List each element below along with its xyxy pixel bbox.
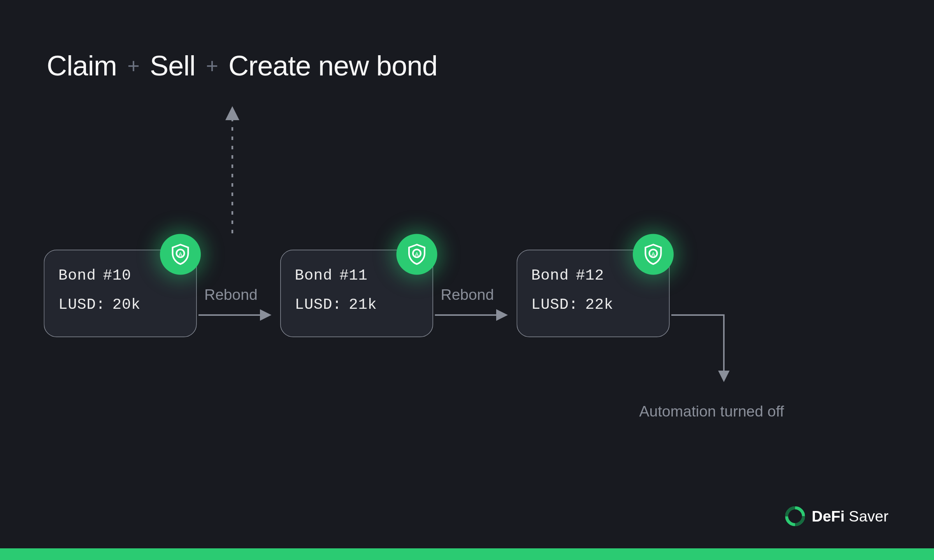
bond-card-11: A Bond #11 LUSD: 21k (280, 250, 433, 337)
title-part-claim: Claim (47, 50, 117, 82)
bond-label: Bond (295, 267, 333, 284)
bond-number: #12 (576, 267, 604, 284)
defi-saver-logo-icon (785, 506, 805, 526)
lusd-label: LUSD: (531, 296, 578, 313)
bond-label: Bond (531, 267, 569, 284)
lusd-row: LUSD: 21k (295, 296, 419, 313)
brand-bold: DeFi (812, 507, 845, 525)
footer-accent-bar (0, 548, 934, 560)
automation-badge: A (397, 234, 437, 275)
shield-icon: A (169, 243, 192, 266)
svg-text:A: A (651, 251, 655, 257)
lusd-label: LUSD: (295, 296, 342, 313)
automation-off-label: Automation turned off (639, 402, 784, 421)
bond-number: #11 (339, 267, 367, 284)
title-part-create: Create new bond (228, 50, 437, 82)
automation-badge: A (160, 234, 201, 275)
lusd-value: 21k (349, 296, 377, 313)
bond-card-12: A Bond #12 LUSD: 22k (517, 250, 670, 337)
lusd-label: LUSD: (58, 296, 105, 313)
svg-text:A: A (178, 251, 182, 257)
plus-icon: + (206, 53, 218, 78)
lusd-value: 22k (585, 296, 613, 313)
rebond-label-2: Rebond (441, 286, 494, 304)
brand: DeFi Saver (785, 506, 888, 526)
lusd-row: LUSD: 22k (531, 296, 655, 313)
diagram-stage: Claim + Sell + Create new bond A (0, 0, 934, 560)
plus-icon: + (127, 53, 139, 78)
bond-number: #10 (103, 267, 131, 284)
bond-label: Bond (58, 267, 96, 284)
brand-text: DeFi Saver (812, 507, 888, 525)
bond-id-row: Bond #12 (531, 267, 655, 284)
shield-icon: A (642, 243, 665, 266)
automation-badge: A (633, 234, 674, 275)
brand-light: Saver (849, 507, 888, 525)
bond-id-row: Bond #10 (58, 267, 182, 284)
shield-icon: A (405, 243, 428, 266)
lusd-row: LUSD: 20k (58, 296, 182, 313)
title-part-sell: Sell (150, 50, 195, 82)
page-title: Claim + Sell + Create new bond (47, 50, 437, 82)
lusd-value: 20k (112, 296, 140, 313)
rebond-label-1: Rebond (204, 286, 258, 304)
svg-text:A: A (415, 251, 419, 257)
bond-id-row: Bond #11 (295, 267, 419, 284)
bond-card-10: A Bond #10 LUSD: 20k (44, 250, 197, 337)
